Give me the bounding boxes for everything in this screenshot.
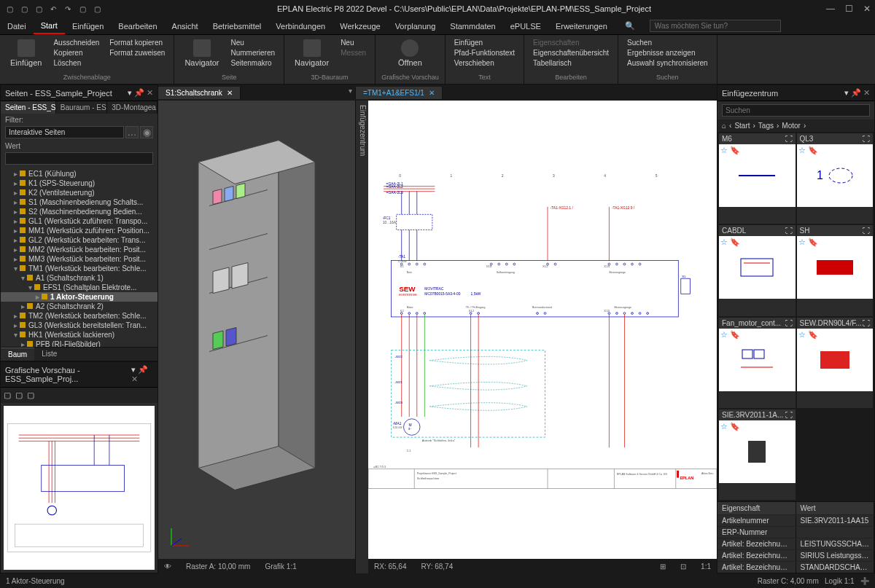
gallery-card[interactable]: SIE.3RV2011-1A...⛶☆ 🔖 <box>719 409 796 500</box>
close-icon[interactable]: ✕ <box>227 89 233 97</box>
3d-navigator-button[interactable]: Navigator <box>290 38 333 68</box>
menu-epulse[interactable]: ePULSE <box>503 19 548 34</box>
back-icon[interactable]: ‹ <box>729 122 731 130</box>
text-insert-button[interactable]: Einfügen <box>451 38 518 47</box>
save-icon[interactable]: ▢ <box>34 4 44 14</box>
close-icon[interactable]: ✕ <box>147 88 153 97</box>
menu-ansicht[interactable]: Ansicht <box>165 19 206 34</box>
tree-item[interactable]: ▸S2 (Maschinenbedienung Bedien... <box>1 207 158 216</box>
tree-item[interactable]: ▸1 Aktor-Steuerung <box>1 292 158 302</box>
new-icon[interactable]: ▢ <box>4 4 15 14</box>
preview-tool-icon[interactable]: ▢ <box>27 391 34 400</box>
tree-item[interactable]: ▸MM2 (Werkstück bearbeiten: Posit... <box>1 245 158 254</box>
open-icon[interactable]: ▢ <box>19 4 29 14</box>
gallery-card[interactable]: Fan_motor_cont...⛶☆ 🔖 <box>719 318 796 408</box>
close-icon[interactable]: ✕ <box>863 4 871 14</box>
expand-icon[interactable]: ⛶ <box>785 319 793 327</box>
3d-measure-button[interactable]: Messen <box>338 48 369 58</box>
pin-icon[interactable]: ▾ 📌 <box>844 88 861 97</box>
tab-pages[interactable]: Seiten - ESS_S... <box>1 101 56 114</box>
filter-toggle[interactable]: … <box>125 126 139 138</box>
menu-stammdaten[interactable]: Stammdaten <box>443 19 502 34</box>
property-row[interactable]: ERP-Nummer <box>718 526 874 538</box>
properties-button[interactable]: Eigenschaften <box>530 38 612 47</box>
tab-liste[interactable]: Liste <box>34 348 64 361</box>
tree-item[interactable]: ▾A1 (Schaltschrank 1) <box>1 273 158 283</box>
tree-item[interactable]: ▸MM3 (Werkstück bearbeiten: Posit... <box>1 254 158 264</box>
search-button[interactable]: Suchen <box>624 38 711 47</box>
doc-tab-schematic[interactable]: =TM1+A1&EFS1/1✕ <box>356 87 443 99</box>
preview-canvas[interactable] <box>4 406 155 570</box>
expand-icon[interactable]: ⛶ <box>785 227 793 235</box>
3d-new-button[interactable]: Neu <box>338 38 369 47</box>
doc-tab-schaltschrank[interactable]: S1:Schaltschrank✕ <box>158 87 241 99</box>
crumb-tags[interactable]: Tags <box>758 122 774 130</box>
expand-icon[interactable]: ⛶ <box>785 135 793 143</box>
undo-icon[interactable]: ↶ <box>48 4 58 14</box>
tab-bauraum[interactable]: Bauraum - ES... <box>56 101 107 114</box>
crumb-start[interactable]: Start <box>734 122 750 130</box>
gallery-card[interactable]: SEW.DRN90L4/F...⛶☆ 🔖 <box>797 318 874 408</box>
menu-verbindungen[interactable]: Verbindungen <box>268 19 332 34</box>
gallery-card[interactable]: CABDL⛶☆ 🔖 <box>719 225 796 315</box>
project-tree[interactable]: ▸EC1 (Kühlung)▸K1 (SPS-Steuerung)▸K2 (Ve… <box>1 168 158 347</box>
page-navigator-button[interactable]: Navigator <box>180 38 223 68</box>
wert-input[interactable] <box>5 152 153 165</box>
expand-icon[interactable]: ⛶ <box>863 135 870 143</box>
tree-item[interactable]: ▸PFB (RI-Fließbilder) <box>1 340 158 347</box>
crumb-motor[interactable]: Motor <box>782 122 801 130</box>
menu-erweiterungen[interactable]: Erweiterungen <box>548 19 615 34</box>
property-row[interactable]: Artikel: Bezeichnung 1LEISTUNGSSCHALTER … <box>718 538 874 549</box>
menu-datei[interactable]: Datei <box>0 19 34 34</box>
properties-overview-button[interactable]: Eigenschaftenübersicht <box>530 48 612 58</box>
dropdown-icon[interactable]: ▾ <box>346 87 355 99</box>
zoom-icon[interactable]: ➕ <box>860 577 869 585</box>
tree-item[interactable]: ▸TM2 (Werkstück bearbeiten: Schle... <box>1 311 158 321</box>
tab-3d-montage[interactable]: 3D-Montagea... <box>107 101 158 114</box>
menu-einfuegen[interactable]: Einfügen <box>65 19 111 34</box>
expand-icon[interactable]: ⛶ <box>785 411 793 419</box>
property-row[interactable]: Artikel: Bezeichnung 2SIRIUS Leistungssc… <box>718 549 874 561</box>
copy-button[interactable]: Kopieren <box>50 48 102 58</box>
gallery-card[interactable]: SH⛶☆ 🔖 <box>797 225 874 315</box>
gallery-card[interactable]: QL3⛶☆ 🔖1 <box>797 133 874 224</box>
snap-icon[interactable]: ⊡ <box>680 562 686 571</box>
tabular-button[interactable]: Tabellarisch <box>530 58 612 68</box>
menu-vorplanung[interactable]: Vorplanung <box>388 19 443 34</box>
property-row[interactable]: ArtikelnummerSIE.3RV2011-1AA15 <box>718 514 874 526</box>
tree-item[interactable]: ▸S1 (Maschinenbedienung Schalts... <box>1 197 158 207</box>
menu-werkzeuge[interactable]: Werkzeuge <box>332 19 387 34</box>
maximize-icon[interactable]: ☐ <box>845 4 853 14</box>
filter-dropdown[interactable] <box>5 126 124 138</box>
property-row[interactable]: Artikel: Bezeichnung 3STANDARDSCHALTVER.… <box>718 561 874 573</box>
schematic-viewport[interactable]: 012345 =GAA-2L1 =GAA-2L2 =GAA-2L3 -FC1 1… <box>368 101 717 559</box>
cut-button[interactable]: Ausschneiden <box>50 38 102 47</box>
page-number-button[interactable]: Nummerieren <box>228 48 278 58</box>
path-text-button[interactable]: Pfad-Funktionstext <box>451 48 518 58</box>
delete-button[interactable]: Löschen <box>50 58 102 68</box>
gallery-card[interactable]: M6⛶☆ 🔖 <box>719 133 796 224</box>
format-assign-button[interactable]: Format zuweisen <box>106 48 168 58</box>
format-copy-button[interactable]: Format kopieren <box>106 38 168 47</box>
close-icon[interactable]: ✕ <box>131 375 138 383</box>
tree-item[interactable]: ▸GL1 (Werkstück zuführen: Transpo... <box>1 216 158 226</box>
filter-active[interactable]: ◉ <box>140 126 153 138</box>
page-new-button[interactable]: Neu <box>228 38 278 47</box>
close-icon[interactable]: ✕ <box>863 88 870 97</box>
tree-item[interactable]: ▸K2 (Ventilsteuerung) <box>1 188 158 197</box>
menu-start[interactable]: Start <box>34 18 65 34</box>
page-macro-button[interactable]: Seitenmakro <box>228 58 278 68</box>
3d-viewport[interactable] <box>158 101 355 559</box>
text-move-button[interactable]: Verschieben <box>451 58 518 68</box>
snap-icon[interactable]: ⊞ <box>660 562 666 571</box>
pin-icon[interactable]: ▾ 📌 <box>131 365 148 374</box>
tell-me-search[interactable] <box>650 20 781 32</box>
sync-button[interactable]: Auswahl synchronisieren <box>624 58 711 68</box>
view-icon[interactable]: 👁 <box>164 562 171 571</box>
menu-bearbeiten[interactable]: Bearbeiten <box>111 19 164 34</box>
tree-item[interactable]: ▸EC1 (Kühlung) <box>1 169 158 179</box>
tree-item[interactable]: ▸A2 (Schaltschrank 2) <box>1 302 158 311</box>
paste-button[interactable]: Einfügen <box>6 38 46 68</box>
tree-item[interactable]: ▸MM1 (Werkstück zuführen: Position... <box>1 226 158 235</box>
tree-item[interactable]: ▸GL2 (Werkstück bearbeiten: Trans... <box>1 235 158 245</box>
